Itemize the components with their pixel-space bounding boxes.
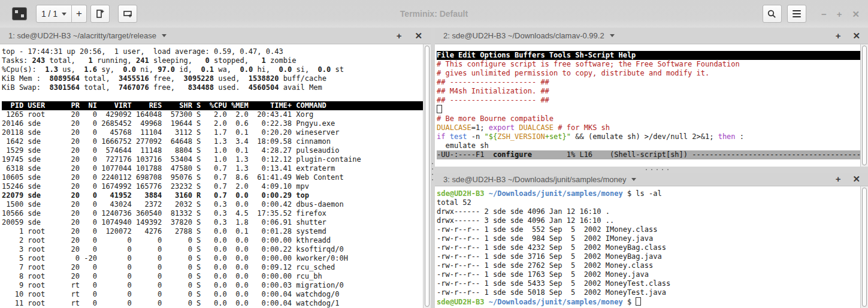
vertical-splitter[interactable]	[431, 28, 435, 308]
session-count-label: 1 / 1	[41, 9, 58, 19]
pane1-scrollbar[interactable]	[423, 44, 431, 308]
pane3-scrollbar[interactable]	[860, 186, 868, 308]
hamburger-menu-icon	[793, 10, 801, 17]
splitter-handle-icon	[646, 169, 647, 170]
chevron-down-icon	[62, 13, 66, 16]
pane1-chevron-down-icon	[162, 34, 167, 37]
pane1-scrollbar-thumb[interactable]	[425, 46, 430, 307]
pane1-title: 1: sde@UD2H-B3 ~/alacritty/target/releas…	[8, 31, 156, 40]
pane2-title: 2: sde@UD2H-B3 ~/Downloads/clamav-0.99.2	[443, 31, 604, 40]
search-icon	[767, 9, 777, 19]
minimize-button[interactable]: −	[821, 10, 827, 19]
split-terminal-down-icon	[122, 8, 133, 19]
pane1-titlebar[interactable]: 1: sde@UD2H-B3 ~/alacritty/target/releas…	[0, 28, 431, 44]
pane2-terminal-screen[interactable]: File Edit Options Buffers Tools Sh-Scrip…	[435, 44, 862, 173]
pane2-add-terminal-button[interactable]: +	[836, 31, 841, 41]
session-selector-button[interactable]: 1 / 1	[36, 5, 72, 23]
pane3-terminal-screen[interactable]: sde@UD2H-B3 ~/Downloads/junit/samples/mo…	[435, 186, 862, 308]
split-right-button[interactable]	[90, 5, 110, 23]
pane2-scrollbar[interactable]	[860, 44, 868, 167]
pane3-title: 3: sde@UD2H-B3 ~/Downloads/junit/samples…	[443, 175, 626, 184]
pane1-add-terminal-button[interactable]: +	[397, 31, 402, 41]
split-down-button[interactable]	[118, 5, 137, 23]
pane3-scrollbar-thumb[interactable]	[862, 188, 867, 307]
pane3-titlebar[interactable]: 3: sde@UD2H-B3 ~/Downloads/junit/samples…	[435, 173, 868, 186]
pane2-close-terminal-button[interactable]: ✕	[852, 31, 860, 41]
window-controls: − + ✕	[821, 10, 860, 19]
close-button[interactable]: ✕	[852, 10, 860, 19]
window-title: Terminix: Default	[400, 0, 468, 28]
pane1-close-terminal-button[interactable]: ✕	[415, 31, 422, 41]
pane2-scrollbar-thumb[interactable]	[862, 46, 867, 165]
add-session-button[interactable]: +	[72, 5, 87, 23]
pane1-terminal-screen[interactable]: top - 17:44:31 up 20:56, 1 user, load av…	[0, 44, 425, 308]
terminix-app-icon[interactable]	[12, 7, 27, 20]
horizontal-splitter[interactable]	[435, 167, 868, 173]
menu-button[interactable]	[787, 5, 806, 23]
headerbar-right-controls: − + ✕	[763, 0, 862, 28]
search-button[interactable]	[763, 5, 782, 23]
headerbar: 1 / 1 + Terminix: Default	[0, 0, 868, 28]
pane3-chevron-down-icon	[631, 178, 636, 181]
pane2-chevron-down-icon	[610, 34, 615, 37]
maximize-button[interactable]: +	[837, 10, 842, 19]
terminix-window: 1 / 1 + Terminix: Default	[0, 0, 868, 308]
pane2-titlebar[interactable]: 2: sde@UD2H-B3 ~/Downloads/clamav-0.99.2…	[435, 28, 868, 44]
split-terminal-right-icon	[95, 8, 105, 19]
pane3-add-terminal-button[interactable]: +	[836, 174, 841, 185]
session-button-group: 1 / 1 +	[36, 5, 87, 23]
splitter-handle-icon	[432, 163, 433, 164]
pane3-close-terminal-button[interactable]: ✕	[852, 174, 860, 185]
